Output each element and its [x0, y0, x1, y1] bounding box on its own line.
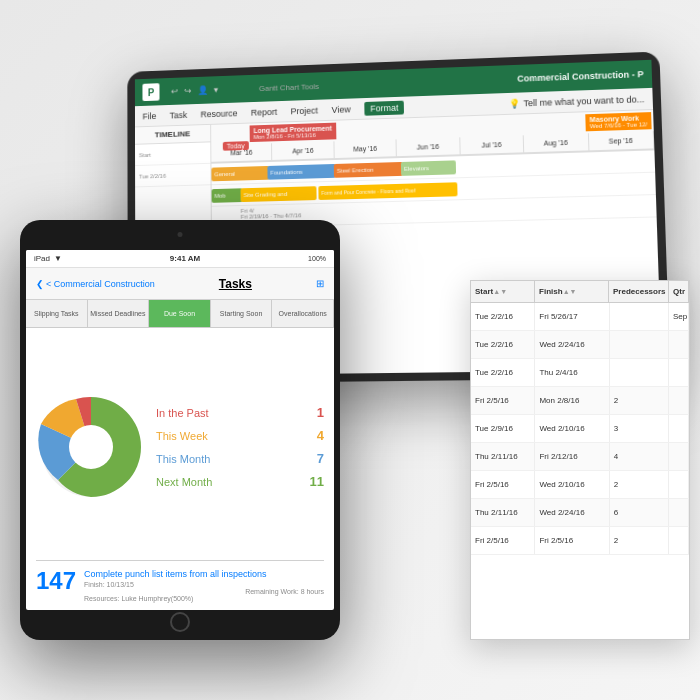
right-panel: Start ▲▼ Finish ▲▼ Predecessors Qtr Tue … [470, 280, 690, 640]
row-finish: Wed 2/24/16 [535, 499, 609, 526]
menu-project[interactable]: Project [291, 105, 318, 116]
task-remaining: Remaining Work: 8 hours [84, 588, 324, 595]
signal-icon: ▼ [54, 254, 62, 263]
legend-next-month: Next Month 11 [156, 474, 324, 489]
legend-week-value: 4 [317, 428, 324, 443]
filter-icon[interactable]: ⊞ [316, 278, 324, 289]
tab-missed[interactable]: Missed Deadlines [88, 300, 150, 327]
row-finish: Fri 5/26/17 [535, 303, 609, 330]
row-qtr: Sep [669, 303, 689, 330]
row-start: Tue 2/9/16 [471, 415, 535, 442]
legend-month-value: 7 [317, 451, 324, 466]
row-start: Thu 2/11/16 [471, 443, 535, 470]
today-marker: Today [223, 141, 249, 151]
table-row: Tue 2/2/16 Fri 5/26/17 Sep [471, 303, 689, 331]
table-row: Fri 2/5/16 Wed 2/10/16 2 [471, 471, 689, 499]
col-header-pred: Predecessors [609, 281, 669, 302]
menu-resource[interactable]: Resource [201, 108, 238, 119]
month-jun: Jun '16 [397, 137, 461, 156]
row-qtr [669, 471, 689, 498]
pie-legend: In the Past 1 This Week 4 This Month 7 N… [156, 405, 324, 489]
row-finish: Thu 2/4/16 [535, 359, 609, 386]
legend-past-label: In the Past [156, 407, 209, 419]
row-start: Fri 2/5/16 [471, 471, 535, 498]
row-pred [610, 331, 669, 358]
menu-format[interactable]: Format [364, 100, 404, 115]
row-qtr [669, 415, 689, 442]
table-row: Tue 2/2/16 Thu 2/4/16 [471, 359, 689, 387]
row-qtr [669, 387, 689, 414]
month-sep: Sep '16 [588, 131, 654, 150]
row-start: Fri 2/5/16 [471, 387, 535, 414]
undo-icon[interactable]: ↩ [171, 86, 179, 96]
legend-month-label: This Month [156, 453, 210, 465]
table-row: Fri 2/5/16 Mon 2/8/16 2 [471, 387, 689, 415]
row-finish: Fri 2/12/16 [535, 443, 609, 470]
chevron-left-icon: ❮ [36, 279, 44, 289]
menu-file[interactable]: File [143, 111, 157, 121]
status-battery: 100% [308, 255, 326, 262]
row-finish: Wed 2/24/16 [535, 331, 609, 358]
task-finish: Finish: 10/13/15 [84, 581, 324, 588]
menu-task[interactable]: Task [170, 110, 188, 120]
table-row: Tue 2/9/16 Wed 2/10/16 3 [471, 415, 689, 443]
row-pred: 2 [610, 471, 669, 498]
ipad-home-button[interactable] [170, 612, 190, 632]
row-pred: 3 [610, 415, 669, 442]
bar-site-grading: Site Grading and [241, 186, 317, 202]
month-jul: Jul '16 [460, 135, 524, 154]
table-row: Thu 2/11/16 Wed 2/24/16 6 [471, 499, 689, 527]
bar-form-pour: Form and Pour Concrete - Floors and Roof [318, 182, 457, 200]
ipad-status-bar: iPad ▼ 9:41 AM 100% [26, 250, 334, 268]
legend-next-month-label: Next Month [156, 476, 212, 488]
redo-icon[interactable]: ↪ [184, 86, 192, 96]
pie-chart [36, 392, 146, 502]
svg-point-1 [69, 425, 113, 469]
nav-title: Tasks [163, 277, 308, 291]
legend-week-label: This Week [156, 430, 208, 442]
menu-report[interactable]: Report [251, 107, 277, 118]
ipad-camera [178, 232, 183, 237]
legend-week: This Week 4 [156, 428, 324, 443]
row-start: Tue 2/2/16 [471, 359, 535, 386]
row-pred: 6 [610, 499, 669, 526]
task-item[interactable]: 147 Complete punch list items from all i… [26, 561, 334, 610]
ipad-nav-bar: ❮ < Commercial Construction Tasks ⊞ [26, 268, 334, 300]
row-start: Tue 2/2/16 [471, 303, 535, 330]
tab-due-soon[interactable]: Due Soon [149, 300, 211, 327]
tab-overallocations[interactable]: Overallocations [272, 300, 334, 327]
masonry-bar: Masonry Work Wed 7/6/16 - Tue 12/ [585, 112, 651, 131]
back-label: < Commercial Construction [46, 279, 155, 289]
tab-starting[interactable]: Starting Soon [211, 300, 273, 327]
row-start: Thu 2/11/16 [471, 499, 535, 526]
row-finish: Wed 2/10/16 [535, 415, 609, 442]
tab-bar[interactable]: Slipping Tasks Missed Deadlines Due Soon… [26, 300, 334, 328]
more-icon[interactable]: ▾ [214, 85, 219, 95]
col-header-start: Start ▲▼ [471, 281, 535, 302]
device-label: iPad [34, 254, 50, 263]
row-qtr [669, 443, 689, 470]
ribbon-nav[interactable]: ↩ ↪ 👤 ▾ [171, 85, 219, 96]
ipad-main-content: In the Past 1 This Week 4 This Month 7 N… [26, 328, 334, 610]
search-bar[interactable]: 💡 Tell me what you want to do... [509, 94, 644, 109]
row-pred: 2 [610, 387, 669, 414]
project-title: Commercial Construction - P [517, 69, 644, 84]
row-finish: Fri 2/5/16 [535, 527, 609, 554]
procure-bar: Long Lead Procurement Mon 2/8/16 - Fri 5… [250, 123, 336, 142]
month-may: May '16 [334, 139, 397, 158]
user-icon[interactable]: 👤 [198, 85, 209, 95]
gantt-tools-label: Gantt Chart Tools [259, 82, 319, 93]
legend-past: In the Past 1 [156, 405, 324, 420]
tab-slipping[interactable]: Slipping Tasks [26, 300, 88, 327]
tablet-front: iPad ▼ 9:41 AM 100% ❮ < Commercial Const… [20, 220, 340, 640]
menu-view[interactable]: View [332, 104, 351, 114]
table-row: Tue 2/2/16 Wed 2/24/16 [471, 331, 689, 359]
task-title: Complete punch list items from all inspe… [84, 569, 324, 579]
ipad-screen: iPad ▼ 9:41 AM 100% ❮ < Commercial Const… [26, 250, 334, 610]
bar-foundations: Foundations [267, 164, 336, 180]
task-details: Complete punch list items from all inspe… [84, 569, 324, 602]
back-button[interactable]: ❮ < Commercial Construction [36, 279, 155, 289]
search-icon: 💡 [509, 98, 520, 108]
bar-mob: Mob [212, 188, 243, 203]
col-header-finish: Finish ▲▼ [535, 281, 609, 302]
